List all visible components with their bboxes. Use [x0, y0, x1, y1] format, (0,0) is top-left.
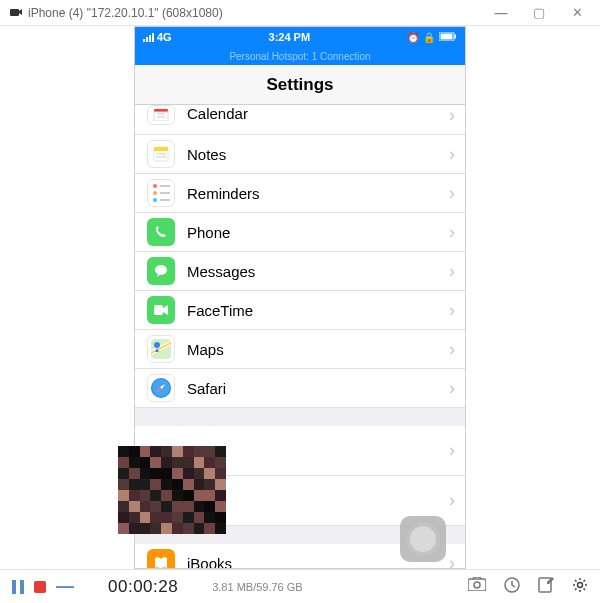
window-close-button[interactable]: ✕	[558, 5, 596, 20]
settings-label: Messages	[187, 263, 449, 280]
safari-icon	[147, 374, 175, 402]
svg-rect-2	[441, 33, 453, 39]
alarm-icon: ⏰	[407, 32, 419, 43]
battery-icon	[439, 32, 457, 43]
record-icon	[34, 581, 46, 593]
network-type: 4G	[157, 31, 172, 43]
window-title: iPhone (4) "172.20.10.1" (608x1080)	[28, 6, 482, 20]
chevron-right-icon: ›	[449, 378, 455, 399]
status-time: 3:24 PM	[172, 31, 407, 43]
rotation-lock-icon: 🔒	[423, 32, 435, 43]
svg-rect-0	[10, 9, 19, 16]
settings-label: Phone	[187, 224, 449, 241]
assistive-touch-button[interactable]	[400, 516, 446, 562]
ios-status-bar: 4G 3:24 PM ⏰ 🔒	[135, 27, 465, 47]
settings-row-facetime[interactable]: FaceTime ›	[135, 291, 465, 330]
chevron-right-icon: ›	[449, 300, 455, 321]
edit-button[interactable]	[538, 577, 554, 597]
stop-record-button[interactable]	[34, 581, 46, 593]
camera-icon	[10, 6, 22, 20]
status-right-icons: ⏰ 🔒	[407, 32, 457, 43]
window-title-bar: iPhone (4) "172.20.10.1" (608x1080) — ▢ …	[0, 0, 600, 26]
phone-mirror-area: 4G 3:24 PM ⏰ 🔒 Personal Hotspot: 1 Conne…	[0, 26, 600, 569]
window-minimize-button[interactable]: —	[482, 5, 520, 20]
facetime-icon	[147, 296, 175, 324]
svg-rect-21	[12, 580, 16, 594]
chevron-right-icon: ›	[449, 490, 455, 511]
window-maximize-button[interactable]: ▢	[520, 5, 558, 20]
svg-rect-23	[468, 579, 486, 591]
settings-row-reminders[interactable]: Reminders ›	[135, 174, 465, 213]
settings-row-maps[interactable]: Maps ›	[135, 330, 465, 369]
recorder-toolbar: — 00:00:28 3.81 MB/59.76 GB	[0, 569, 600, 603]
settings-label: Calendar	[187, 105, 449, 122]
chevron-right-icon: ›	[449, 339, 455, 360]
settings-row-messages[interactable]: Messages ›	[135, 252, 465, 291]
chevron-right-icon: ›	[449, 144, 455, 165]
ibooks-icon	[147, 549, 175, 568]
notes-icon	[147, 140, 175, 168]
settings-row-calendar[interactable]: Calendar ›	[135, 105, 465, 135]
section-spacer	[135, 408, 465, 426]
settings-label: Reminders	[187, 185, 449, 202]
calendar-icon	[147, 105, 175, 125]
chevron-right-icon: ›	[449, 261, 455, 282]
settings-row-notes[interactable]: Notes ›	[135, 135, 465, 174]
hotspot-bar: Personal Hotspot: 1 Connection	[135, 47, 465, 65]
screenshot-button[interactable]	[468, 577, 486, 597]
settings-button[interactable]	[572, 577, 588, 597]
toolbar-minimize-button[interactable]: —	[56, 576, 74, 597]
svg-rect-13	[154, 305, 163, 315]
svg-point-27	[578, 582, 583, 587]
nav-title: Settings	[135, 65, 465, 105]
settings-row-safari[interactable]: Safari ›	[135, 369, 465, 408]
messages-icon	[147, 257, 175, 285]
settings-label: Notes	[187, 146, 449, 163]
history-button[interactable]	[504, 577, 520, 597]
settings-label: FaceTime	[187, 302, 449, 319]
elapsed-time: 00:00:28	[108, 577, 178, 597]
chevron-right-icon: ›	[449, 183, 455, 204]
svg-rect-9	[154, 147, 168, 151]
assistive-touch-icon	[410, 526, 436, 552]
reminders-icon	[147, 179, 175, 207]
svg-point-15	[154, 342, 160, 348]
settings-row-phone[interactable]: Phone ›	[135, 213, 465, 252]
chevron-right-icon: ›	[449, 105, 455, 126]
svg-point-24	[474, 582, 480, 588]
settings-label: Maps	[187, 341, 449, 358]
svg-rect-22	[20, 580, 24, 594]
maps-icon	[147, 335, 175, 363]
file-size-status: 3.81 MB/59.76 GB	[212, 581, 303, 593]
svg-rect-3	[455, 34, 457, 38]
pause-button[interactable]	[12, 580, 24, 594]
chevron-right-icon: ›	[449, 222, 455, 243]
chevron-right-icon: ›	[449, 440, 455, 461]
signal-bars-icon	[143, 32, 154, 42]
svg-point-12	[155, 265, 167, 275]
signal-indicator: 4G	[143, 31, 172, 43]
phone-icon	[147, 218, 175, 246]
camera-preview-pip[interactable]	[118, 446, 226, 534]
settings-label: Safari	[187, 380, 449, 397]
chevron-right-icon: ›	[449, 553, 455, 569]
